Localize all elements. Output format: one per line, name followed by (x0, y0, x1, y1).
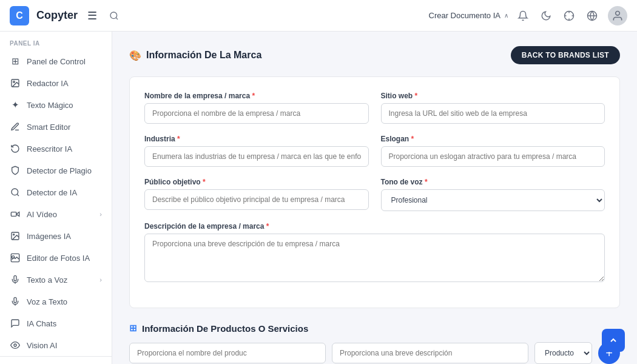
sidebar-item-redactor-ia[interactable]: Redactor IA (0, 72, 112, 94)
sidebar-label: Imágenes IA (27, 232, 71, 241)
sidebar-label: Editor de Fotos IA (27, 254, 90, 263)
sidebar-label: Voz a Texto (27, 297, 67, 306)
sidebar-item-texto-voz[interactable]: Texto a Voz › (0, 269, 112, 291)
bell-icon[interactable] (516, 8, 530, 23)
moon-icon[interactable] (539, 8, 553, 23)
svg-point-14 (13, 234, 15, 235)
form-row-industria-eslogan: Industria * Eslogan * (144, 135, 605, 167)
sidebar-item-voz-texto[interactable]: Voz a Texto (0, 291, 112, 312)
nombre-input[interactable] (144, 103, 369, 124)
imagenes-ia-icon (10, 231, 21, 241)
logo-icon: C (10, 6, 29, 25)
crosshair-icon[interactable] (562, 8, 576, 23)
texto-magico-icon: ✦ (10, 99, 21, 110)
vision-ai-icon (10, 340, 21, 351)
industria-label: Industria * (144, 135, 369, 143)
chevron-right-icon: › (99, 211, 102, 218)
sidebar-label: Texto a Voz (27, 275, 67, 285)
sidebar-item-detector-ia[interactable]: Detector de IA (0, 181, 112, 203)
voz-texto-icon (10, 296, 21, 307)
sitio-input[interactable] (381, 103, 605, 124)
industria-input[interactable] (144, 146, 369, 167)
panel-control-icon: ⊞ (10, 56, 21, 67)
sidebar-label: Smart Editor (27, 123, 70, 132)
sidebar-item-reescritor-ia[interactable]: Reescritor IA (0, 138, 112, 160)
texto-voz-icon (10, 274, 21, 285)
descripcion-textarea[interactable] (144, 234, 605, 282)
publico-label: Público objetivo * (144, 178, 369, 186)
form-group-eslogan: Eslogan * (381, 135, 605, 167)
product-name-input[interactable] (129, 343, 326, 363)
redactor-ia-icon (10, 78, 21, 89)
brand-section-title: 🎨 Información De La Marca (129, 50, 261, 61)
sidebar-item-imagenes-ia[interactable]: Imágenes IA (0, 225, 112, 247)
reescritor-icon (10, 143, 21, 154)
sidebar-label: Detector de Plagio (27, 166, 92, 175)
sidebar-item-smart-editor[interactable]: Smart Editor (0, 116, 112, 138)
sidebar-item-panel-control[interactable]: ⊞ Panel de Control (0, 50, 112, 72)
ai-video-icon (10, 209, 21, 220)
form-group-descripcion: Descripción de la empresa / marca * (144, 222, 605, 282)
sidebar-label: Redactor IA (27, 79, 69, 88)
form-row-publico-tono: Público objetivo * Tono de voz * Profesi… (144, 178, 605, 211)
detector-plagio-icon (10, 165, 21, 176)
header-icons (516, 6, 627, 25)
back-to-brands-button[interactable]: BACK TO BRANDS LIST (511, 46, 620, 64)
sidebar-item-ia-chats[interactable]: IA Chats (0, 312, 112, 334)
search-icon[interactable] (107, 8, 121, 23)
detector-ia-icon (10, 187, 21, 198)
sidebar-label: Vision AI (27, 341, 57, 350)
eslogan-input[interactable] (381, 146, 605, 167)
form-group-industria: Industria * (144, 135, 369, 167)
globe-icon[interactable] (585, 8, 599, 23)
svg-point-8 (616, 11, 620, 15)
tono-label: Tono de voz * (381, 178, 605, 186)
sidebar-label: Panel de Control (27, 57, 86, 66)
app-logo-text: Copyter (36, 9, 78, 22)
svg-point-10 (13, 81, 15, 83)
chevron-up-icon: ∧ (504, 12, 508, 19)
brand-section-header: 🎨 Información De La Marca BACK TO BRANDS… (129, 46, 620, 64)
scroll-up-button[interactable] (602, 329, 625, 352)
form-group-nombre: Nombre de la empresa / marca * (144, 92, 369, 124)
sidebar-item-ai-video[interactable]: AI Vídeo › (0, 203, 112, 225)
svg-point-18 (14, 344, 16, 346)
nombre-label: Nombre de la empresa / marca * (144, 92, 369, 100)
publico-input[interactable] (144, 189, 369, 210)
product-input-row: Producto Servicio + (129, 342, 620, 364)
sidebar-item-editor-fotos[interactable]: Editor de Fotos IA (0, 247, 112, 269)
sidebar-item-vision-ai[interactable]: Vision AI (0, 334, 112, 356)
form-group-publico: Público objetivo * (144, 178, 369, 211)
form-row-descripcion: Descripción de la empresa / marca * (144, 222, 605, 282)
sidebar-section-label: PANEL IA (0, 32, 112, 50)
product-type-select[interactable]: Producto Servicio (534, 342, 592, 364)
sidebar: PANEL IA ⊞ Panel de Control Redactor IA … (0, 32, 112, 364)
ia-chats-icon (10, 318, 21, 329)
sidebar-item-detector-plagio[interactable]: Detector de Plagio (0, 160, 112, 181)
eslogan-label: Eslogan * (381, 135, 605, 143)
chevron-right-icon: › (99, 276, 102, 283)
avatar[interactable] (608, 6, 627, 25)
sidebar-item-texto-magico[interactable]: ✦ Texto Mágico (0, 94, 112, 116)
form-group-sitio: Sitio web * (381, 92, 605, 124)
sidebar-label: Reescritor IA (27, 144, 72, 153)
brand-form-card: Nombre de la empresa / marca * Sitio web… (129, 76, 620, 308)
sitio-label: Sitio web * (381, 92, 605, 100)
product-desc-input[interactable] (332, 343, 528, 363)
products-grid-icon: ⊞ (129, 323, 137, 334)
products-section: ⊞ Información De Productos O Servicios P… (129, 323, 620, 364)
create-doc-label: Crear Documento IA ∧ (429, 11, 509, 20)
form-group-tono: Tono de voz * Profesional Casual Formal … (381, 178, 605, 211)
editor-fotos-icon (10, 252, 21, 263)
menu-icon[interactable]: ☰ (85, 8, 99, 23)
tono-select[interactable]: Profesional Casual Formal Creativo (381, 189, 605, 211)
brand-icon: 🎨 (129, 50, 141, 61)
sidebar-label: IA Chats (27, 319, 56, 328)
sidebar-label: Texto Mágico (27, 101, 73, 110)
svg-point-11 (12, 189, 18, 195)
svg-rect-12 (11, 212, 16, 217)
sidebar-label: AI Vídeo (27, 210, 57, 219)
products-section-title: ⊞ Información De Productos O Servicios (129, 323, 620, 334)
form-row-nombre-sitio: Nombre de la empresa / marca * Sitio web… (144, 92, 605, 124)
main-content: 🎨 Información De La Marca BACK TO BRANDS… (112, 32, 637, 364)
